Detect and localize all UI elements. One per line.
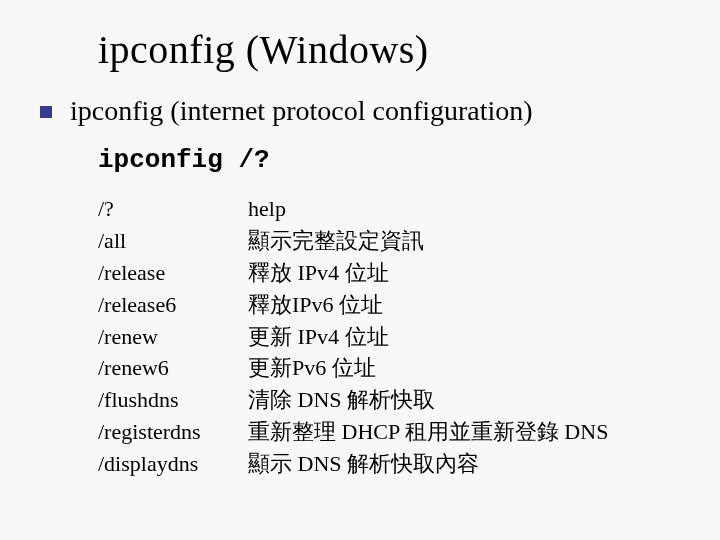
option-flag: /displaydns: [98, 448, 248, 480]
option-row: /release 釋放 IPv4 位址: [98, 257, 680, 289]
option-desc: 顯示 DNS 解析快取內容: [248, 448, 680, 480]
slide-subtitle: ipconfig (internet protocol configuratio…: [70, 95, 533, 127]
subtitle-row: ipconfig (internet protocol configuratio…: [40, 95, 680, 127]
option-row: /displaydns 顯示 DNS 解析快取內容: [98, 448, 680, 480]
slide: ipconfig (Windows) ipconfig (internet pr…: [0, 0, 720, 540]
option-desc: 清除 DNS 解析快取: [248, 384, 680, 416]
option-desc: 顯示完整設定資訊: [248, 225, 680, 257]
bullet-icon: [40, 106, 52, 118]
option-row: /? help: [98, 193, 680, 225]
option-row: /flushdns 清除 DNS 解析快取: [98, 384, 680, 416]
option-flag: /renew6: [98, 352, 248, 384]
option-flag: /?: [98, 193, 248, 225]
option-flag: /registerdns: [98, 416, 248, 448]
option-desc: 釋放 IPv4 位址: [248, 257, 680, 289]
option-flag: /all: [98, 225, 248, 257]
option-desc: 更新Pv6 位址: [248, 352, 680, 384]
option-flag: /release: [98, 257, 248, 289]
option-row: /registerdns 重新整理 DHCP 租用並重新登錄 DNS: [98, 416, 680, 448]
option-desc: 更新 IPv4 位址: [248, 321, 680, 353]
option-flag: /release6: [98, 289, 248, 321]
option-row: /renew 更新 IPv4 位址: [98, 321, 680, 353]
slide-title: ipconfig (Windows): [98, 26, 680, 73]
option-row: /renew6 更新Pv6 位址: [98, 352, 680, 384]
option-flag: /flushdns: [98, 384, 248, 416]
option-desc: 釋放IPv6 位址: [248, 289, 680, 321]
options-list: /? help /all 顯示完整設定資訊 /release 釋放 IPv4 位…: [98, 193, 680, 480]
option-row: /all 顯示完整設定資訊: [98, 225, 680, 257]
option-flag: /renew: [98, 321, 248, 353]
option-row: /release6 釋放IPv6 位址: [98, 289, 680, 321]
option-desc: help: [248, 193, 680, 225]
command-line: ipconfig /?: [98, 145, 680, 175]
option-desc: 重新整理 DHCP 租用並重新登錄 DNS: [248, 416, 680, 448]
